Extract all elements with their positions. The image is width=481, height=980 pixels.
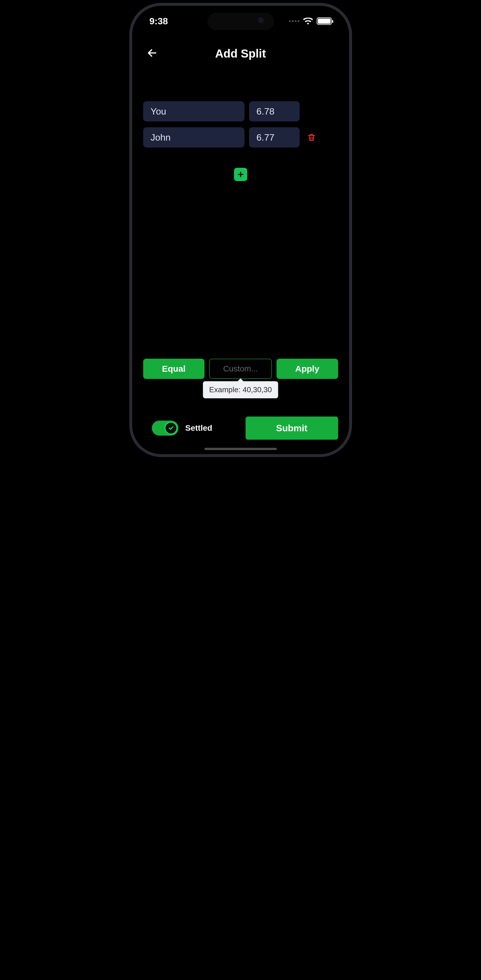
submit-button[interactable]: Submit [245,417,338,440]
dynamic-island [207,13,274,30]
add-participant-button[interactable] [234,168,247,181]
participant-row: You 6.78 [143,101,338,121]
bottom-controls: Settled Submit [141,417,341,440]
participant-amount-field[interactable]: 6.77 [249,127,299,148]
participant-amount-field[interactable]: 6.78 [249,101,299,121]
trash-icon [307,133,316,142]
plus-icon [237,171,244,178]
settled-toggle[interactable] [152,421,178,436]
back-button[interactable] [147,48,158,60]
phone-frame: 9:38 Add Split You 6.78 John [129,3,352,457]
participant-name-field[interactable]: John [143,127,244,148]
split-controls: Equal Custom... Apply Example: 40,30,30 [141,359,341,379]
front-camera [258,18,264,23]
custom-split-input[interactable]: Custom... [209,359,272,379]
check-icon [168,425,174,431]
participant-row: John 6.77 [143,127,338,148]
apply-split-button[interactable]: Apply [277,359,338,379]
participant-name-field[interactable]: You [143,101,244,121]
custom-split-tooltip: Example: 40,30,30 [203,381,278,398]
settled-label: Settled [185,423,212,433]
home-indicator[interactable] [204,448,277,450]
equal-split-button[interactable]: Equal [143,359,205,379]
app-header: Add Split [141,40,341,67]
delete-participant-button[interactable] [304,133,319,142]
page-title: Add Split [215,47,266,60]
participants-list: You 6.78 John 6.77 [141,101,341,153]
